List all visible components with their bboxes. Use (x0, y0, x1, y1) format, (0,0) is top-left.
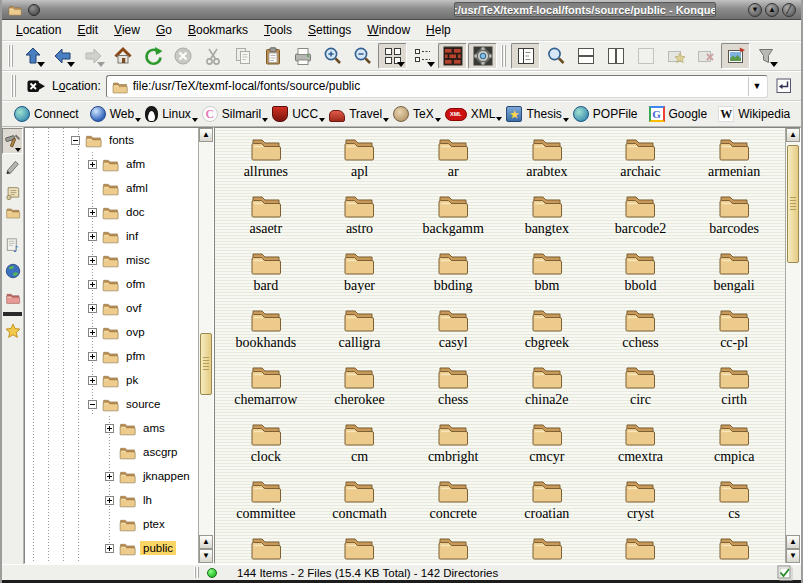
bookmark-xml[interactable]: XMLXML (441, 105, 503, 123)
folder-barcodes[interactable]: barcodes (687, 189, 781, 246)
up-button[interactable] (18, 43, 47, 69)
tree-expander-plus-icon[interactable] (105, 544, 114, 553)
folder-bengali[interactable]: bengali (687, 246, 781, 303)
tree-item-source[interactable]: source (25, 392, 198, 416)
menu-window[interactable]: Window (359, 21, 418, 39)
list-view-button[interactable] (408, 43, 437, 69)
tree-item-public[interactable]: public (25, 536, 198, 560)
bookmark-ucc[interactable]: UCC (268, 104, 325, 124)
folder-partial[interactable] (219, 531, 313, 564)
folder-concrete[interactable]: concrete (406, 474, 500, 531)
tree-expander-plus-icon[interactable] (88, 232, 97, 241)
sticky-button[interactable] (28, 4, 40, 16)
tree-item-lh[interactable]: lh (25, 488, 198, 512)
folder-bbding[interactable]: bbding (406, 246, 500, 303)
dropdown-arrow-icon[interactable] (37, 62, 45, 67)
bookmark-thesis[interactable]: ★Thesis (502, 104, 568, 124)
folder-committee[interactable]: committee (219, 474, 313, 531)
folder-circ[interactable]: circ (594, 360, 688, 417)
tree-item-ovp[interactable]: ovp (25, 320, 198, 344)
paste-button[interactable] (258, 43, 287, 69)
tree-item-ptex[interactable]: ptex (25, 512, 198, 536)
menu-settings[interactable]: Settings (300, 21, 359, 39)
folder-partial[interactable] (500, 531, 594, 564)
menu-tools[interactable]: Tools (256, 21, 300, 39)
menu-view[interactable]: View (106, 21, 148, 39)
folder-cmbright[interactable]: cmbright (406, 417, 500, 474)
tree-expander-plus-icon[interactable] (88, 208, 97, 217)
filter-button[interactable] (751, 43, 780, 69)
close-button[interactable]: ╱ (782, 3, 796, 17)
tree-item-ams[interactable]: ams (25, 416, 198, 440)
gear-view-mode-button[interactable] (468, 43, 497, 69)
folder-china2e[interactable]: china2e (500, 360, 594, 417)
tree-item-fonts[interactable]: fonts (25, 128, 198, 152)
pen-tab-button[interactable] (2, 154, 23, 180)
folder-partial[interactable] (594, 531, 688, 564)
icon-view-button[interactable] (378, 43, 407, 69)
scroll-up-icon[interactable]: ▲ (199, 128, 213, 142)
tree-expander-minus-icon[interactable] (88, 400, 97, 409)
folder-cchess[interactable]: cchess (594, 303, 688, 360)
history-tab-button[interactable] (2, 180, 23, 206)
bookmark-tex[interactable]: TeX (389, 104, 441, 124)
panel-splitter[interactable] (3, 312, 22, 316)
main-scrollbar-thumb[interactable] (787, 145, 799, 263)
folder-cirth[interactable]: cirth (687, 360, 781, 417)
toolbar-grabber[interactable] (11, 75, 17, 97)
folder-cs[interactable]: cs (687, 474, 781, 531)
home-folder-tab-button[interactable] (2, 206, 23, 232)
folder-cherokee[interactable]: cherokee (313, 360, 407, 417)
zoom-in-button[interactable] (318, 43, 347, 69)
folder-cm[interactable]: cm (313, 417, 407, 474)
scroll-up-icon[interactable]: ▲ (786, 128, 800, 142)
tree-expander-plus-icon[interactable] (105, 496, 114, 505)
folder-croatian[interactable]: croatian (500, 474, 594, 531)
maximize-button[interactable]: ▲ (765, 3, 779, 17)
folder-archaic[interactable]: archaic (594, 132, 688, 189)
print-button[interactable] (288, 43, 317, 69)
folder-astro[interactable]: astro (313, 189, 407, 246)
dropdown-arrow-icon[interactable] (15, 148, 21, 152)
bricks-view-mode-button[interactable] (438, 43, 467, 69)
bookmark-linux[interactable]: Linux (141, 104, 198, 124)
folder-cc-pl[interactable]: cc-pl (687, 303, 781, 360)
tree-item-doc[interactable]: doc (25, 200, 198, 224)
dropdown-arrow-icon[interactable] (97, 62, 105, 67)
tree-expander-plus-icon[interactable] (88, 376, 97, 385)
root-folder-tab-button[interactable] (2, 284, 23, 310)
tree-item-afm[interactable]: afm (25, 152, 198, 176)
go-button[interactable] (773, 75, 795, 97)
tree-expander-plus-icon[interactable] (88, 280, 97, 289)
folder-ar[interactable]: ar (406, 132, 500, 189)
folder-partial[interactable] (687, 531, 781, 564)
bookmark-connect[interactable]: Connect (10, 104, 86, 124)
toolbar-grabber[interactable] (8, 45, 14, 67)
scroll-up-icon[interactable]: ▲ (199, 535, 213, 549)
tree-expander-plus-icon[interactable] (88, 256, 97, 265)
show-tree-panel-button[interactable] (511, 43, 540, 69)
scroll-down-icon[interactable]: ▼ (199, 549, 213, 563)
folder-cbgreek[interactable]: cbgreek (500, 303, 594, 360)
folder-casyl[interactable]: casyl (406, 303, 500, 360)
folder-bbm[interactable]: bbm (500, 246, 594, 303)
minimize-button[interactable]: ▼ (748, 3, 762, 17)
bookmark-silmaril[interactable]: CSilmaril (198, 104, 268, 124)
clear-location-icon[interactable] (25, 75, 47, 97)
location-input[interactable]: file:/usr/TeX/texmf-local/fonts/source/p… (106, 75, 768, 98)
bookmark-travel[interactable]: Travel (325, 105, 389, 124)
folder-bookhands[interactable]: bookhands (219, 303, 313, 360)
tree-expander-plus-icon[interactable] (88, 304, 97, 313)
zoom-out-button[interactable] (348, 43, 377, 69)
tree-item-jknappen[interactable]: jknappen (25, 464, 198, 488)
folder-cmextra[interactable]: cmextra (594, 417, 688, 474)
folder-bayer[interactable]: bayer (313, 246, 407, 303)
menu-edit[interactable]: Edit (69, 21, 106, 39)
bookmark-google[interactable]: GGoogle (645, 104, 715, 124)
folder-bbold[interactable]: bbold (594, 246, 688, 303)
folder-asaetr[interactable]: asaetr (219, 189, 313, 246)
dropdown-arrow-icon[interactable] (427, 62, 435, 67)
tree-item-inf[interactable]: inf (25, 224, 198, 248)
menu-help[interactable]: Help (418, 21, 459, 39)
home-button[interactable] (108, 43, 137, 69)
